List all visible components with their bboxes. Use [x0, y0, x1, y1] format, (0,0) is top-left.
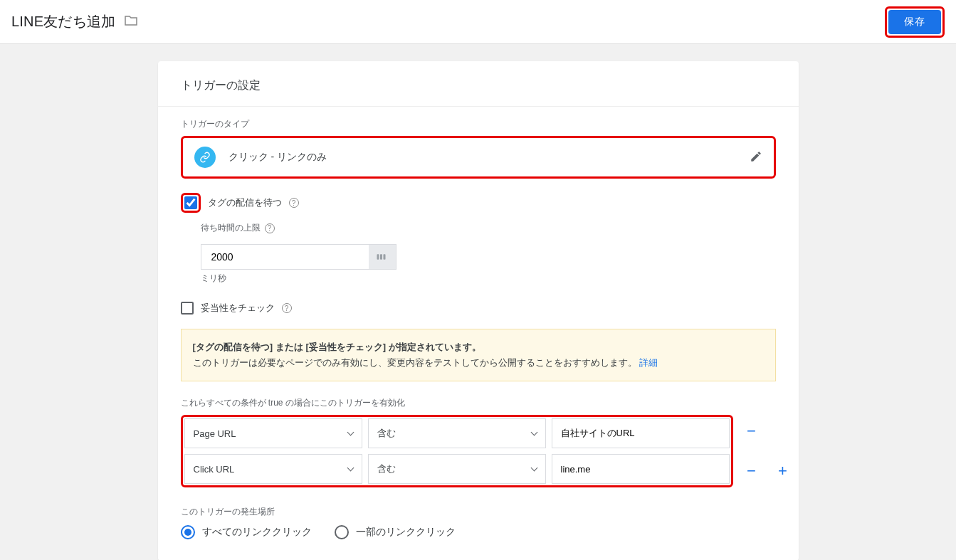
check-validation-checkbox[interactable] — [181, 302, 194, 315]
save-button-highlight: 保存 — [885, 6, 945, 38]
config-card: トリガーの設定 トリガーのタイプ クリック - リンクのみ タグの配信を待つ ? — [158, 61, 799, 560]
radio-all-label: すべてのリンククリック — [202, 526, 312, 539]
location-label: このトリガーの発生場所 — [181, 506, 776, 518]
top-bar-left: LINE友だち追加 — [11, 12, 138, 31]
condition-variable-dropdown[interactable]: Click URL — [184, 454, 362, 484]
condition-variable: Page URL — [194, 428, 236, 439]
help-icon[interactable]: ? — [282, 303, 292, 313]
radio-some-label: 一部のリンククリック — [356, 526, 456, 539]
condition-row: Click URL 含む — [184, 454, 730, 484]
radio-option-all[interactable]: すべてのリンククリック — [181, 525, 312, 539]
trigger-type-row: クリック - リンクのみ — [181, 136, 776, 179]
chevron-down-icon — [347, 429, 354, 436]
condition-variable: Click URL — [194, 464, 235, 475]
timeout-unit: ミリ秒 — [201, 273, 776, 285]
wait-for-tags-checkbox[interactable] — [184, 196, 197, 209]
chevron-down-icon — [347, 465, 354, 472]
info-bold: [タグの配信を待つ] または [妥当性をチェック] が指定されています。 — [193, 342, 481, 352]
edit-icon[interactable] — [750, 150, 762, 165]
condition-variable-dropdown[interactable]: Page URL — [184, 418, 362, 448]
condition-operator-dropdown[interactable]: 含む — [368, 454, 546, 484]
info-box: [タグの配信を待つ] または [妥当性をチェック] が指定されています。 このト… — [181, 329, 776, 381]
page-title: LINE友だち追加 — [11, 12, 115, 31]
svg-rect-2 — [383, 254, 385, 260]
radio-some[interactable] — [335, 525, 349, 539]
add-condition-button[interactable]: + — [774, 462, 792, 480]
conditions-label: これらすべての条件が true の場合にこのトリガーを有効化 — [181, 397, 776, 409]
timeout-input[interactable] — [201, 245, 369, 269]
variable-icon[interactable] — [369, 245, 396, 269]
info-link[interactable]: 詳細 — [639, 357, 658, 368]
check-validation-row: 妥当性をチェック ? — [181, 302, 776, 315]
condition-operator: 含む — [377, 463, 396, 475]
help-icon[interactable]: ? — [289, 198, 299, 208]
info-text: このトリガーは必要なページでのみ有効にし、変更内容をテストしてから公開することを… — [193, 357, 637, 368]
help-icon[interactable]: ? — [265, 223, 275, 233]
condition-value-input[interactable] — [552, 418, 730, 448]
svg-rect-0 — [377, 254, 379, 260]
condition-operator-dropdown[interactable]: 含む — [368, 418, 546, 448]
condition-operator: 含む — [377, 427, 396, 440]
radio-option-some[interactable]: 一部のリンククリック — [335, 525, 456, 539]
check-validation-label: 妥当性をチェック — [201, 302, 275, 315]
card-title: トリガーの設定 — [158, 61, 799, 107]
svg-rect-1 — [380, 254, 382, 260]
timeout-block: 待ち時間の上限 ? ミリ秒 — [201, 221, 776, 285]
remove-condition-button[interactable]: − — [743, 462, 760, 480]
radio-all[interactable] — [181, 525, 195, 539]
condition-row: Page URL 含む — [184, 418, 730, 448]
trigger-type-value: クリック - リンクのみ — [229, 151, 327, 164]
wait-for-tags-row: タグの配信を待つ ? — [181, 193, 776, 213]
link-icon — [194, 147, 216, 168]
wait-for-tags-label: タグの配信を待つ — [208, 196, 282, 209]
remove-condition-button[interactable]: − — [743, 422, 760, 440]
chevron-down-icon — [530, 465, 537, 472]
folder-icon[interactable] — [124, 15, 138, 28]
chevron-down-icon — [530, 429, 537, 436]
top-bar: LINE友だち追加 保存 — [0, 0, 956, 44]
conditions-highlight: Page URL 含む Click URL 含む — [181, 415, 733, 487]
save-button[interactable]: 保存 — [888, 10, 941, 34]
trigger-location-block: このトリガーの発生場所 すべてのリンククリック 一部のリンククリック — [181, 506, 776, 539]
trigger-type-label: トリガーのタイプ — [181, 118, 776, 130]
timeout-label: 待ち時間の上限 — [201, 222, 261, 234]
condition-value-input[interactable] — [552, 454, 730, 484]
timeout-input-row — [201, 244, 396, 270]
checkbox-highlight — [181, 193, 201, 213]
